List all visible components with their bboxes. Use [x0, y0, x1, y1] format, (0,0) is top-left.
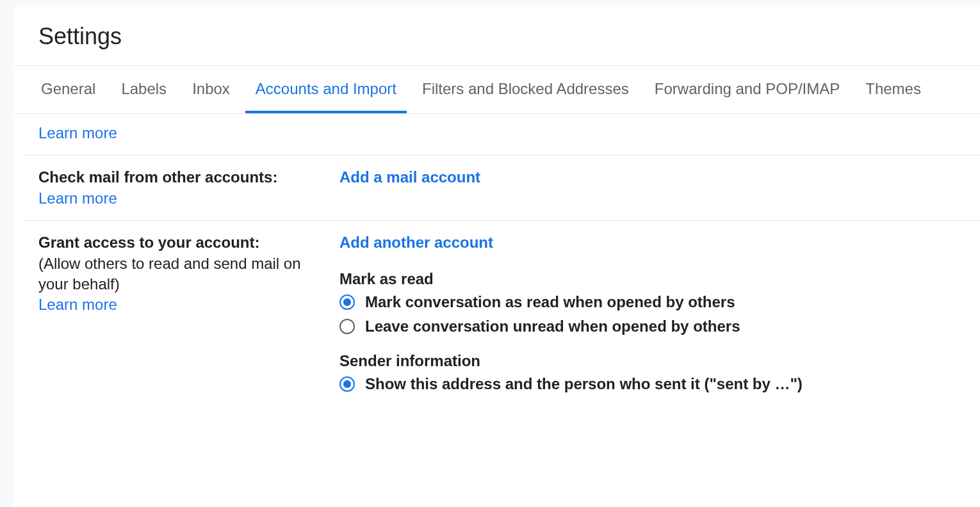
tab-general[interactable]: General [31, 66, 106, 113]
mark-read-option-label[interactable]: Mark conversation as read when opened by… [365, 292, 735, 312]
leave-unread-radio[interactable] [339, 319, 355, 334]
tab-labels[interactable]: Labels [111, 66, 177, 113]
add-mail-account-link[interactable]: Add a mail account [339, 168, 480, 186]
grant-access-section: Grant access to your account: (Allow oth… [20, 221, 980, 406]
learn-more-link[interactable]: Learn more [38, 123, 117, 143]
grant-access-right: Add another account Mark as read Mark co… [339, 232, 980, 395]
page-title: Settings [13, 5, 980, 65]
check-mail-section: Check mail from other accounts: Learn mo… [20, 156, 980, 221]
tab-inbox[interactable]: Inbox [182, 66, 240, 113]
check-mail-label: Check mail from other accounts: [38, 167, 327, 188]
tab-filters-and-blocked[interactable]: Filters and Blocked Addresses [412, 66, 639, 113]
sender-info-option-row: Show this address and the person who sen… [339, 374, 980, 394]
check-mail-learn-more-link[interactable]: Learn more [38, 188, 117, 209]
mark-read-radio-checked[interactable] [339, 294, 355, 310]
sender-info-radio-checked[interactable] [339, 376, 355, 392]
tab-forwarding-pop-imap[interactable]: Forwarding and POP/IMAP [644, 66, 850, 113]
settings-tabs: General Labels Inbox Accounts and Import… [13, 65, 980, 114]
previous-section-learn-more-row: Learn more [20, 114, 980, 156]
leave-unread-option-label[interactable]: Leave conversation unread when opened by… [365, 316, 740, 337]
tab-themes[interactable]: Themes [855, 66, 931, 113]
sender-info-heading: Sender information [339, 352, 980, 370]
sender-info-option-label[interactable]: Show this address and the person who sen… [365, 374, 803, 394]
check-mail-right: Add a mail account [339, 167, 980, 209]
settings-panel: Settings General Labels Inbox Accounts a… [13, 5, 980, 507]
grant-access-sublabel: (Allow others to read and send mail on y… [38, 254, 327, 295]
grant-access-label: Grant access to your account: [38, 232, 327, 253]
grant-access-left: Grant access to your account: (Allow oth… [38, 232, 339, 395]
mark-as-read-option-row: Mark conversation as read when opened by… [339, 292, 980, 312]
spacer [339, 254, 980, 262]
leave-unread-option-row: Leave conversation unread when opened by… [339, 316, 980, 337]
tab-accounts-and-import[interactable]: Accounts and Import [245, 66, 407, 113]
add-another-account-link[interactable]: Add another account [339, 234, 493, 251]
mark-as-read-heading: Mark as read [339, 270, 980, 288]
grant-access-learn-more-link[interactable]: Learn more [38, 294, 117, 315]
settings-content: Learn more Check mail from other account… [13, 114, 980, 406]
check-mail-left: Check mail from other accounts: Learn mo… [38, 167, 339, 209]
